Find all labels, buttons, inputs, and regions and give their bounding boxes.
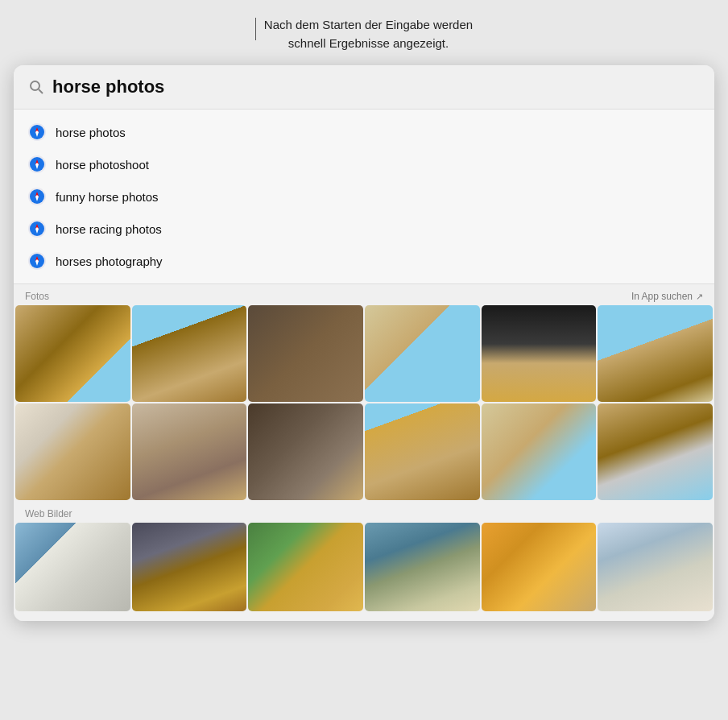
web-cell-3[interactable] [248, 523, 363, 611]
suggestion-item-5[interactable]: horses photography [14, 245, 714, 277]
suggestion-label-4: horse racing photos [56, 222, 162, 236]
suggestion-label-2: horse photoshoot [56, 158, 149, 172]
photo-cell-10[interactable] [365, 403, 480, 500]
web-bilder-title: Web Bilder [25, 508, 72, 519]
photo-cell-5[interactable] [482, 305, 597, 402]
search-icon [28, 79, 44, 95]
photo-cell-8[interactable] [132, 403, 247, 500]
photo-cell-7[interactable] [15, 403, 130, 500]
web-cell-6[interactable] [598, 523, 713, 611]
suggestion-label-3: funny horse photos [56, 190, 159, 204]
tooltip-line1: Nach dem Starten der Eingabe werden [264, 16, 473, 35]
in-app-link[interactable]: In App suchen ↗ [631, 291, 703, 302]
suggestion-item-2[interactable]: horse photoshoot [14, 148, 714, 180]
web-bilder-section-header: Web Bilder [14, 502, 714, 523]
photo-cell-9[interactable] [248, 403, 363, 500]
tooltip-line2: schnell Ergebnisse angezeigt. [264, 35, 473, 53]
svg-point-0 [31, 81, 39, 90]
fotos-title: Fotos [25, 291, 49, 302]
photo-cell-6[interactable] [598, 305, 713, 402]
suggestion-item-4[interactable]: horse racing photos [14, 213, 714, 245]
photo-cell-11[interactable] [482, 403, 597, 500]
suggestions-list: horse photos horse photoshoot funny hors… [14, 110, 714, 284]
svg-line-1 [39, 89, 43, 93]
search-panel: horse photos horse photoshoot funny hors… [14, 65, 714, 621]
photo-cell-4[interactable] [365, 305, 480, 402]
web-cell-4[interactable] [365, 523, 480, 611]
web-cell-1[interactable] [15, 523, 130, 611]
search-bar [14, 65, 714, 110]
photos-grid [14, 305, 714, 502]
photo-cell-3[interactable] [248, 305, 363, 402]
fotos-section-header: Fotos In App suchen ↗ [14, 284, 714, 305]
callout-line [255, 18, 256, 40]
tooltip-area: Nach dem Starten der Eingabe werden schn… [255, 16, 473, 56]
suggestion-item-1[interactable]: horse photos [14, 116, 714, 148]
web-cell-2[interactable] [132, 523, 247, 611]
photo-cell-1[interactable] [15, 305, 130, 402]
suggestion-item-3[interactable]: funny horse photos [14, 180, 714, 213]
suggestion-label-1: horse photos [56, 126, 126, 139]
suggestion-label-5: horses photography [56, 254, 163, 268]
web-cell-5[interactable] [482, 523, 597, 611]
photo-cell-12[interactable] [598, 403, 713, 500]
photo-cell-2[interactable] [132, 305, 247, 402]
search-input[interactable] [52, 77, 700, 97]
web-grid [14, 523, 714, 621]
